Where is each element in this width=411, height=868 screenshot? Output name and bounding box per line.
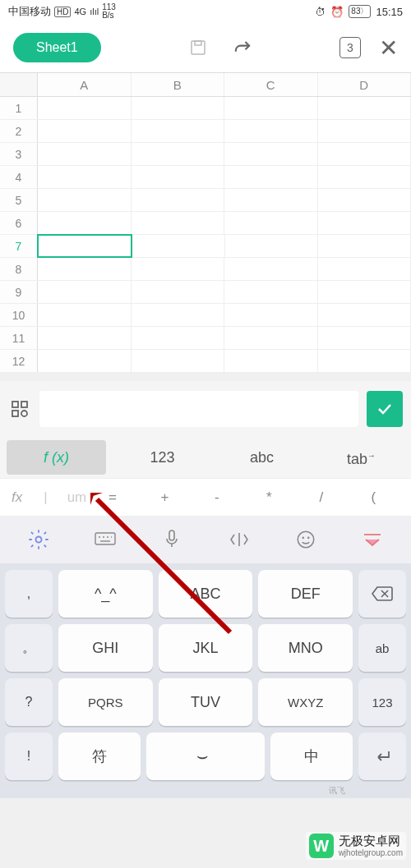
emoji-icon[interactable]	[291, 525, 321, 554]
row-header[interactable]: 11	[0, 327, 38, 349]
cursor-icon[interactable]	[224, 525, 254, 554]
cell[interactable]	[224, 143, 318, 165]
cell[interactable]	[38, 350, 132, 372]
cell[interactable]	[318, 327, 412, 349]
key-abc[interactable]: ABC	[159, 570, 253, 618]
cell[interactable]	[132, 235, 225, 257]
formula-input[interactable]	[39, 391, 358, 427]
cell[interactable]	[318, 97, 412, 119]
mode-tab[interactable]: tab→	[312, 435, 411, 480]
cell[interactable]	[37, 234, 132, 258]
cell[interactable]	[38, 281, 132, 303]
confirm-button[interactable]	[367, 391, 403, 427]
cell[interactable]	[318, 189, 412, 211]
key-space[interactable]: ⌣	[146, 733, 264, 780]
op-div[interactable]: /	[295, 489, 347, 506]
cell[interactable]	[224, 166, 318, 188]
keyboard-icon[interactable]	[90, 525, 120, 554]
cell[interactable]	[132, 212, 225, 234]
op-paren[interactable]: (	[348, 489, 399, 506]
row-header[interactable]: 7	[0, 235, 38, 257]
col-header-d[interactable]: D	[318, 73, 412, 96]
cell[interactable]	[224, 189, 318, 211]
key-123[interactable]: 123	[358, 678, 406, 726]
key-period[interactable]: 。	[5, 624, 53, 672]
cell[interactable]	[132, 281, 225, 303]
mode-123[interactable]: 123	[113, 437, 212, 478]
layout-icon[interactable]	[8, 397, 31, 420]
cell[interactable]	[132, 350, 225, 372]
cell[interactable]	[38, 143, 132, 165]
sheet-tab-button[interactable]: Sheet1	[13, 33, 101, 62]
cell[interactable]	[38, 304, 132, 326]
mode-fx[interactable]: f (x)	[7, 440, 106, 475]
cell[interactable]	[318, 120, 412, 142]
cell[interactable]	[132, 304, 225, 326]
cell[interactable]	[318, 304, 412, 326]
mic-icon[interactable]	[157, 525, 187, 554]
key-comma[interactable]: ,	[5, 570, 53, 618]
mode-abc[interactable]: abc	[212, 437, 312, 478]
key-face[interactable]: ^_^	[58, 570, 153, 618]
cell[interactable]	[224, 97, 318, 119]
cell[interactable]	[132, 189, 225, 211]
cell[interactable]	[318, 281, 412, 303]
col-header-c[interactable]: C	[224, 73, 318, 96]
spreadsheet-grid[interactable]: A B C D 123456789101112	[0, 72, 411, 373]
cell[interactable]	[38, 189, 132, 211]
key-tuv[interactable]: TUV	[159, 678, 253, 726]
row-header[interactable]: 10	[0, 304, 38, 326]
backspace-icon[interactable]	[358, 570, 406, 618]
cell[interactable]	[224, 327, 318, 349]
key-def[interactable]: DEF	[258, 570, 353, 618]
cell[interactable]	[318, 212, 412, 234]
cell[interactable]	[38, 97, 132, 119]
cell[interactable]	[224, 258, 318, 280]
cell[interactable]	[38, 258, 132, 280]
collapse-icon[interactable]	[358, 525, 387, 554]
cell[interactable]	[225, 235, 318, 257]
key-exclaim[interactable]: !	[5, 733, 53, 780]
cell[interactable]	[38, 120, 132, 142]
cell[interactable]	[318, 350, 412, 372]
cell[interactable]	[132, 327, 225, 349]
cell[interactable]	[318, 258, 412, 280]
row-header[interactable]: 1	[0, 97, 38, 119]
cell[interactable]	[224, 304, 318, 326]
row-header[interactable]: 4	[0, 166, 38, 188]
col-header-b[interactable]: B	[132, 73, 225, 96]
key-pqrs[interactable]: PQRS	[58, 678, 153, 726]
cell[interactable]	[224, 281, 318, 303]
col-header-a[interactable]: A	[38, 73, 132, 96]
row-header[interactable]: 5	[0, 189, 38, 211]
corner-cell[interactable]	[0, 73, 38, 96]
op-plus[interactable]: +	[139, 489, 191, 506]
cell[interactable]	[132, 143, 225, 165]
cell[interactable]	[224, 120, 318, 142]
cell[interactable]	[318, 166, 412, 188]
row-header[interactable]: 9	[0, 281, 38, 303]
key-symbol[interactable]: 符	[58, 733, 141, 780]
row-header[interactable]: 6	[0, 212, 38, 234]
row-header[interactable]: 12	[0, 350, 38, 372]
cell[interactable]	[132, 258, 225, 280]
row-header[interactable]: 8	[0, 258, 38, 280]
row-header[interactable]: 2	[0, 120, 38, 142]
page-count-button[interactable]: 3	[339, 37, 361, 58]
op-minus[interactable]: -	[191, 489, 242, 506]
key-mno[interactable]: MNO	[258, 624, 353, 672]
cell[interactable]	[132, 120, 225, 142]
cell[interactable]	[38, 166, 132, 188]
row-header[interactable]: 3	[0, 143, 38, 165]
gear-icon[interactable]	[24, 525, 53, 554]
cell[interactable]	[132, 97, 225, 119]
key-wxyz[interactable]: WXYZ	[258, 678, 353, 726]
cell[interactable]	[224, 212, 318, 234]
cell[interactable]	[318, 235, 411, 257]
key-ghi[interactable]: GHI	[58, 624, 153, 672]
cell[interactable]	[38, 212, 132, 234]
undo-icon[interactable]	[229, 34, 256, 61]
cell[interactable]	[132, 166, 225, 188]
key-jkl[interactable]: JKL	[159, 624, 253, 672]
key-ab[interactable]: ab	[358, 624, 406, 672]
